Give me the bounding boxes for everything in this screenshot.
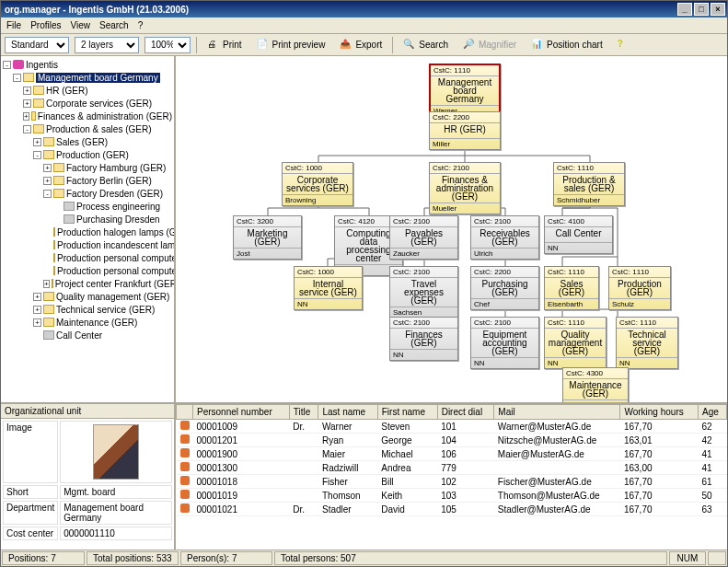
chart-node[interactable]: CstC: 2100Finances & administration (GER… [429,162,501,214]
print-button[interactable]: 🖨Print [202,37,247,53]
layers-select[interactable]: 2 layers [75,37,139,53]
chart-node[interactable]: CstC: 2200Purchasing (GER)Chef [470,266,539,310]
grid-column[interactable]: Direct dial [437,405,494,420]
search-button[interactable]: 🔍Search [399,37,453,53]
tree-item[interactable]: Factory Hamburg (GER) [66,163,166,173]
chart-node[interactable]: CstC: 2100Payables (GER)Zaucker [389,215,458,260]
tree-item[interactable]: Call Center [56,330,102,341]
expand-toggle[interactable]: - [3,61,11,69]
grid-row[interactable]: 00001201RyanGeorge104Nitzsche@MusterAG.d… [177,434,727,447]
chart-node[interactable]: CstC: 2200HR (GER)Miller [429,111,501,150]
chart-node[interactable]: CstC: 1110Production (GER)Schulz [608,266,671,310]
grid-row[interactable]: 00001009Dr.WarnerSteven101Warner@MusterA… [177,420,727,434]
chart-node[interactable]: CstC: 1110Technical service (GER)NN [616,317,678,369]
chart-node[interactable]: CstC: 2100Receivables (GER)Ulrich [470,215,539,260]
grid-column[interactable]: Personnel number [193,405,290,420]
tree-item[interactable]: Production & sales (GER) [46,124,152,134]
preview-button[interactable]: 📄Print preview [252,37,330,53]
tree-item[interactable]: Sales (GER) [56,137,108,147]
tree-item[interactable]: Purchasing Dresden [76,214,160,225]
chart-node-root[interactable]: CstC: 1110Management board GermanyWarner [429,64,501,118]
expand-toggle[interactable]: + [43,164,52,172]
grid-row[interactable]: 00001018FisherBill102Fischer@MusterAG.de… [177,475,727,489]
tree-root[interactable]: Ingentis [26,60,58,70]
grid-row[interactable]: 00001021Dr.StadlerDavid105Stadler@Muster… [177,503,727,516]
tree-item[interactable]: HR (GER) [46,86,88,96]
position-button[interactable]: 📊Position chart [526,37,607,53]
grid-column[interactable]: Mail [494,405,620,420]
root-icon [13,60,24,69]
expand-toggle[interactable]: + [23,112,29,121]
chart-node[interactable]: CstC: 1110Production & sales (GER)Schmid… [553,162,625,206]
tree-item[interactable]: Production personal computer II (GER) [57,266,174,276]
menu-view[interactable]: View [70,20,90,30]
chart-node[interactable]: CstC: 1000Corporate services (GER)Browni… [282,162,353,206]
expand-toggle[interactable]: + [33,293,41,301]
chart-node[interactable]: CstC: 3200Marketing (GER)Jost [233,215,302,260]
expand-toggle[interactable]: + [23,99,31,108]
tree-item[interactable]: Production halogen lamps (GER) [57,227,174,237]
grid-column[interactable]: Last name [318,405,377,420]
chart-node[interactable]: CstC: 4300Maintenance (GER)Weitz [562,367,629,402]
grid-column[interactable]: First name [377,405,437,420]
chart-node[interactable]: CstC: 1110Quality management (GER)NN [544,317,607,369]
tree-item[interactable]: Project center Frankfurt (GER) [55,279,174,289]
chart-node[interactable]: CstC: 2100Finances (GER)NN [389,317,458,361]
chart-node[interactable]: CstC: 1000Internal service (GER)NN [294,266,363,310]
expand-toggle[interactable]: + [23,87,31,95]
minimize-button[interactable]: _ [677,3,692,16]
grid-column[interactable]: Age [699,405,727,420]
expand-toggle[interactable]: + [43,177,52,185]
org-tree[interactable]: -Ingentis -Management board Germany +HR … [1,56,174,402]
tree-item[interactable]: Corporate services (GER) [46,98,152,109]
menu-profiles[interactable]: Profiles [30,20,61,30]
menu-search[interactable]: Search [99,20,129,30]
person-icon [180,462,190,471]
chart-node[interactable]: CstC: 1110Sales (GER)Eisenbarth [544,266,599,310]
tree-item[interactable]: Factory Dresden (GER) [66,189,163,199]
expand-toggle[interactable]: + [33,138,41,146]
expand-toggle[interactable]: + [33,318,41,327]
tree-item[interactable]: Factory Berlin (GER) [66,176,152,186]
profile-select[interactable]: Standard [5,37,69,53]
close-button[interactable]: × [711,3,725,16]
tree-item[interactable]: Finances & administration (GER) [38,111,172,122]
grid-column[interactable]: Title [289,405,318,420]
menu-help[interactable]: ? [138,20,144,30]
tree-item[interactable]: Process engineering [76,202,160,212]
grid-row[interactable]: 00001900MaierMichael106Maier@MusterAG.de… [177,447,727,461]
grid-column[interactable]: Working hours [620,405,699,420]
export-button[interactable]: 📤Export [335,37,387,53]
expand-toggle[interactable]: - [43,190,52,198]
tree-item[interactable]: Production incandescent lamps (GER) [57,240,174,250]
grid-row[interactable]: 00001019ThomsonKeith103Thomson@MusterAG.… [177,489,727,503]
magnifier-button[interactable]: 🔎Magnifier [458,37,521,53]
tree-item[interactable]: Production (GER) [56,150,129,160]
org-icon [53,163,64,172]
menu-file[interactable]: File [6,20,21,30]
org-icon [33,98,44,108]
expand-toggle[interactable]: + [33,306,41,314]
tree-item[interactable]: Quality management (GER) [56,292,169,302]
chart-node[interactable]: CstC: 2100Equipment accounting (GER)NN [470,317,539,369]
org-icon [53,189,64,198]
tree-item[interactable]: Production personal computer I (GER) [57,253,174,263]
tree-item[interactable]: Maintenance (GER) [56,318,137,328]
help-button[interactable]: ? [613,37,635,53]
org-icon [53,227,55,237]
chart-node[interactable]: CstC: 2100Travel expenses (GER)Sachsen [389,266,458,318]
org-chart[interactable]: CstC: 1110Management board GermanyWarner… [176,56,727,402]
maximize-button[interactable]: □ [694,3,709,16]
tree-item[interactable]: Technical service (GER) [56,305,155,315]
expand-toggle[interactable]: - [23,125,31,133]
zoom-select[interactable]: 100% [144,37,191,53]
toolbar: Standard 2 layers 100% 🖨Print 📄Print pre… [1,34,727,56]
person-icon [180,503,190,513]
grid-row[interactable]: 00001300RadziwillAndrea779163,0041 [177,461,727,475]
expand-toggle[interactable]: + [43,280,50,288]
expand-toggle[interactable]: - [13,74,21,82]
personnel-grid[interactable]: Personnel numberTitleLast nameFirst name… [176,404,727,550]
tree-item[interactable]: Management board Germany [36,73,160,83]
expand-toggle[interactable]: - [33,151,41,159]
chart-node[interactable]: CstC: 4100Call CenterNN [544,215,613,254]
